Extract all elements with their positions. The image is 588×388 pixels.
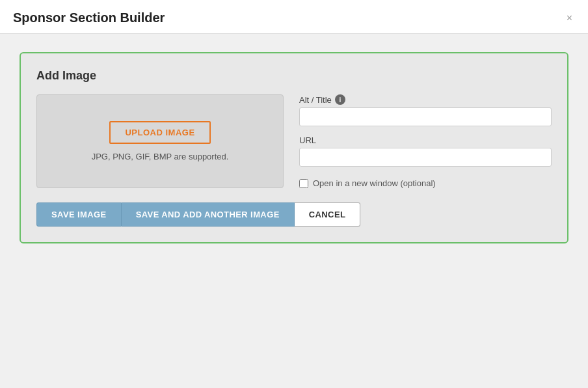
card-title: Add Image <box>36 69 552 83</box>
new-window-checkbox-row: Open in a new window (optional) <box>299 178 552 188</box>
alt-title-input[interactable] <box>299 107 552 126</box>
alt-title-field-group: Alt / Title i <box>299 94 552 126</box>
page-wrapper: Sponsor Section Builder × Add Image UPLO… <box>0 0 588 388</box>
url-label: URL <box>299 135 552 145</box>
alt-title-label: Alt / Title i <box>299 94 552 105</box>
alt-title-info-icon[interactable]: i <box>335 94 345 105</box>
close-button[interactable]: × <box>564 13 575 23</box>
upload-area: UPLOAD IMAGE JPG, PNG, GIF, BMP are supp… <box>36 94 284 188</box>
new-window-checkbox[interactable] <box>299 179 308 188</box>
save-and-add-button[interactable]: SAVE AND ADD ANOTHER IMAGE <box>122 202 295 227</box>
save-image-button[interactable]: SAVE IMAGE <box>36 202 122 227</box>
card-footer: SAVE IMAGE SAVE AND ADD ANOTHER IMAGE CA… <box>36 202 552 227</box>
new-window-label[interactable]: Open in a new window (optional) <box>313 178 436 188</box>
cancel-button[interactable]: CANCEL <box>295 202 361 227</box>
url-field-group: URL <box>299 135 552 167</box>
content-area: Add Image UPLOAD IMAGE JPG, PNG, GIF, BM… <box>0 34 588 388</box>
header: Sponsor Section Builder × <box>0 0 588 34</box>
card-body: UPLOAD IMAGE JPG, PNG, GIF, BMP are supp… <box>36 94 552 188</box>
page-title: Sponsor Section Builder <box>13 10 165 25</box>
form-fields: Alt / Title i URL Open in a new window (… <box>299 94 552 188</box>
add-image-card: Add Image UPLOAD IMAGE JPG, PNG, GIF, BM… <box>20 52 568 243</box>
upload-hint-text: JPG, PNG, GIF, BMP are supported. <box>92 152 229 161</box>
url-input[interactable] <box>299 148 552 167</box>
upload-image-button[interactable]: UPLOAD IMAGE <box>109 121 210 144</box>
